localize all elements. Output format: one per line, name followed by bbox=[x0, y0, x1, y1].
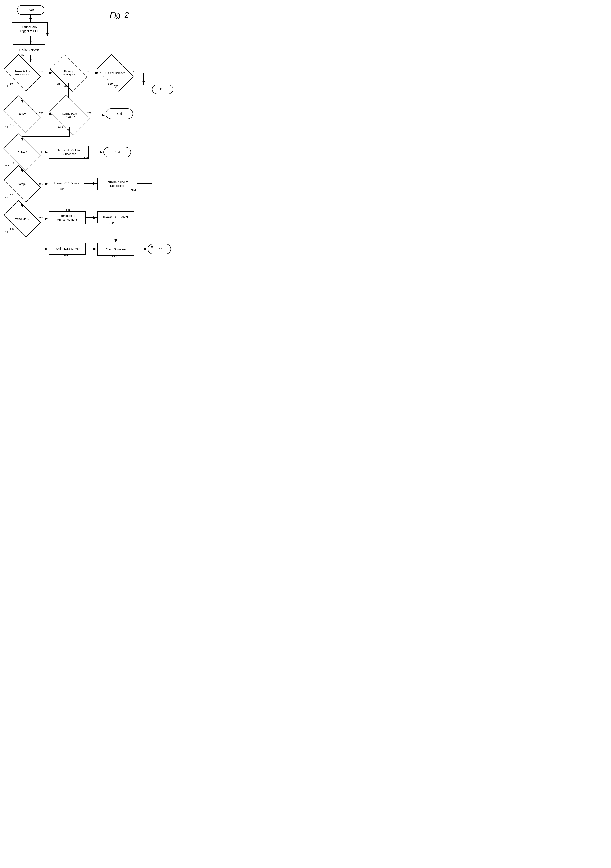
s26-no-label: No bbox=[5, 230, 8, 233]
s26-diamond: Voice Mail? bbox=[6, 208, 38, 229]
s28-step: S28 bbox=[65, 209, 70, 212]
s24-label: Terminate Call toSubscriber bbox=[106, 180, 128, 188]
s26-step: S26 bbox=[9, 228, 14, 231]
s10-step: S10 bbox=[108, 82, 113, 85]
s2-label: Launch AINTrigger to SCP bbox=[20, 25, 39, 33]
s20-yes-label: Yes bbox=[39, 182, 43, 185]
s8-step: S8 bbox=[57, 82, 60, 85]
s8-label: PrivacyManager? bbox=[62, 70, 75, 76]
s34-label: Client Software bbox=[105, 248, 126, 251]
s30-label: Invoke ICID Server bbox=[103, 215, 128, 219]
s8-diamond: PrivacyManager? bbox=[53, 62, 85, 84]
s34-shape: Client Software bbox=[97, 243, 134, 256]
s22-shape: Invoke ICID Server bbox=[49, 178, 85, 189]
end4-shape: End bbox=[148, 244, 171, 254]
s12-yes-label: Yes bbox=[39, 112, 43, 115]
s12-no-label: No bbox=[5, 126, 8, 128]
s2-shape: Launch AINTrigger to SCP bbox=[12, 22, 48, 36]
s18-label: Terminate Call toSubscriber bbox=[57, 148, 80, 156]
end1-shape: End bbox=[105, 108, 133, 119]
s6-label: PresentationRestricted? bbox=[15, 70, 30, 76]
s10-no-label: No bbox=[132, 70, 135, 73]
s6-step: S6 bbox=[9, 82, 13, 85]
s24-shape: Terminate Call toSubscriber bbox=[97, 178, 137, 190]
s20-no-label: No bbox=[5, 196, 8, 199]
s12-diamond: ACR? bbox=[6, 104, 38, 125]
s32-step: S32 bbox=[63, 253, 68, 256]
s14-yes-label: Yes bbox=[87, 112, 91, 115]
s16-no-label: No bbox=[39, 150, 42, 153]
s10-diamond: Caller Unblock? bbox=[99, 62, 131, 84]
s18-shape: Terminate Call toSubscriber bbox=[49, 146, 89, 158]
s28-shape: Terminate toAnnouncement bbox=[49, 211, 85, 224]
end2-label: End bbox=[160, 87, 166, 91]
start-label: Start bbox=[28, 8, 34, 12]
s20-step: S20 bbox=[9, 193, 14, 196]
start-shape: Start bbox=[17, 5, 44, 15]
s6-yes-label: Yes bbox=[39, 70, 43, 73]
s28-label: Terminate toAnnouncement bbox=[57, 214, 77, 222]
s8-yes-label: Yes bbox=[85, 70, 89, 73]
s12-step: S12 bbox=[9, 123, 14, 126]
s26-yes-label: Yes bbox=[39, 216, 43, 219]
end4-label: End bbox=[157, 247, 162, 251]
s34-step: S34 bbox=[112, 254, 117, 257]
s6-no-label: No bbox=[5, 85, 8, 87]
s14-diamond: Calling PartyPrivate? bbox=[53, 104, 87, 127]
s26-label: Voice Mail? bbox=[15, 217, 29, 220]
s8-no-label: No bbox=[63, 85, 67, 87]
s32-label: Invoke ICID Server bbox=[54, 247, 79, 251]
s16-yes-label: Yes bbox=[5, 164, 9, 167]
s16-diamond: Online? bbox=[6, 142, 38, 163]
s10-yes-label: Yes bbox=[114, 85, 118, 87]
end2-shape: End bbox=[152, 85, 173, 94]
s20-diamond: Sleep? bbox=[6, 173, 38, 194]
s30-shape: Invoke ICID Server bbox=[97, 211, 134, 223]
s10-label: Caller Unblock? bbox=[105, 71, 125, 74]
s18-step: S18 bbox=[84, 157, 88, 160]
s16-step: S16 bbox=[9, 161, 14, 164]
s30-step: S30 bbox=[109, 221, 114, 225]
s6-diamond: PresentationRestricted? bbox=[6, 62, 38, 84]
s12-label: ACR? bbox=[19, 113, 26, 116]
s4-label: Invoke CNAME bbox=[19, 48, 39, 51]
s14-step: S14 bbox=[58, 126, 63, 129]
s16-label: Online? bbox=[17, 151, 27, 154]
s14-label: Calling PartyPrivate? bbox=[62, 112, 77, 118]
s22-step: S22 bbox=[60, 188, 65, 191]
figure-title: Fig. 2 bbox=[110, 11, 129, 19]
end3-label: End bbox=[115, 150, 120, 154]
s4-shape: Invoke CNAME bbox=[13, 44, 45, 55]
flowchart-diagram: Fig. 2 Start Launch AINTrigger to SCP S2… bbox=[0, 0, 190, 271]
end1-label: End bbox=[117, 112, 122, 116]
s24-step: S24 bbox=[131, 189, 136, 192]
s4-step: S4 bbox=[21, 53, 25, 57]
s2-step: S2 bbox=[45, 33, 49, 36]
end3-shape: End bbox=[104, 147, 131, 157]
s20-label: Sleep? bbox=[18, 182, 26, 186]
s22-label: Invoke ICID Server bbox=[54, 181, 79, 185]
s14-no-label: No bbox=[67, 128, 70, 131]
